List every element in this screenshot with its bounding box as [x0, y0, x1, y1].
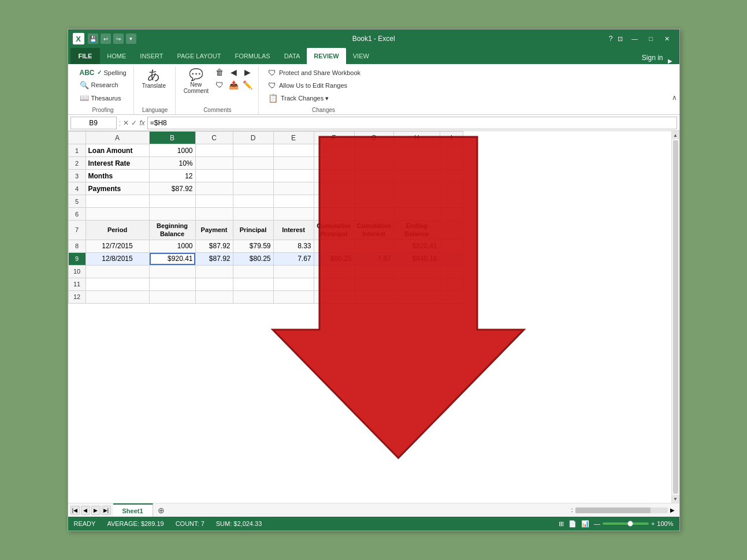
cell-reference-box[interactable] [70, 117, 117, 129]
cell-H6[interactable] [393, 208, 440, 221]
maximize-button[interactable]: □ [644, 33, 659, 44]
cell-G12[interactable] [354, 290, 393, 303]
cell-I7[interactable] [440, 221, 463, 240]
cell-D9[interactable]: $80.25 [233, 252, 273, 265]
cell-A6[interactable] [86, 208, 149, 221]
row-num-6[interactable]: 6 [68, 208, 86, 221]
cell-B9[interactable]: $920.41 [149, 252, 195, 265]
cell-G6[interactable] [354, 208, 393, 221]
cell-E3[interactable] [273, 170, 314, 182]
col-header-B[interactable]: B [149, 132, 195, 144]
cell-D8[interactable]: $79.59 [233, 240, 273, 252]
cell-D3[interactable] [233, 170, 273, 182]
window-controls[interactable]: — □ ✕ [627, 33, 675, 44]
normal-view-button[interactable]: ⊞ [559, 520, 564, 528]
cell-F3[interactable] [314, 170, 354, 182]
cell-H8[interactable]: $920.41 [393, 240, 440, 252]
cell-B3[interactable]: 12 [149, 170, 195, 182]
col-header-G[interactable]: G [354, 132, 393, 144]
formula-input[interactable] [147, 117, 677, 129]
sign-in-button[interactable]: Sign in [637, 51, 668, 64]
zoom-slider[interactable] [603, 522, 649, 525]
sheet-nav-prev[interactable]: ◀ [81, 506, 90, 515]
cell-I4[interactable] [440, 182, 463, 195]
cell-A11[interactable] [86, 278, 149, 290]
cell-B6[interactable] [149, 208, 195, 221]
next-comment-button[interactable]: ▶ [241, 66, 254, 78]
scroll-left-indicator[interactable]: : [571, 507, 573, 513]
cell-B5[interactable] [149, 195, 195, 208]
cell-A8[interactable]: 12/7/2015 [86, 240, 149, 252]
cell-H11[interactable] [393, 278, 440, 290]
cell-E7[interactable]: Interest [273, 221, 314, 240]
restore-button[interactable]: ⊡ [618, 35, 623, 43]
scroll-up-button[interactable]: ▲ [672, 131, 679, 139]
scroll-down-button[interactable]: ▼ [672, 495, 679, 503]
cell-A5[interactable] [86, 195, 149, 208]
col-header-C[interactable]: C [195, 132, 233, 144]
cell-F4[interactable] [314, 182, 354, 195]
cell-G11[interactable] [354, 278, 393, 290]
tab-review[interactable]: REVIEW [307, 48, 345, 64]
cell-D6[interactable] [233, 208, 273, 221]
cell-E12[interactable] [273, 290, 314, 303]
cell-C10[interactable] [195, 265, 233, 278]
cell-F1[interactable] [314, 144, 354, 157]
cell-G2[interactable] [354, 157, 393, 170]
col-header-E[interactable]: E [273, 132, 314, 144]
cell-C7[interactable]: Payment [195, 221, 233, 240]
cell-H5[interactable] [393, 195, 440, 208]
cell-A4[interactable]: Payments [86, 182, 149, 195]
sheet-navigation[interactable]: |◀ ◀ ▶ ▶| [68, 503, 113, 517]
col-header-A[interactable]: A [86, 132, 149, 144]
cell-A3[interactable]: Months [86, 170, 149, 182]
row-num-1[interactable]: 1 [68, 144, 86, 157]
cell-F10[interactable] [314, 265, 354, 278]
cell-D10[interactable] [233, 265, 273, 278]
sheet-nav-last[interactable]: ▶| [102, 506, 111, 515]
cell-B10[interactable] [149, 265, 195, 278]
cell-I1[interactable] [440, 144, 463, 157]
cell-H1[interactable] [393, 144, 440, 157]
cell-E4[interactable] [273, 182, 314, 195]
allow-edit-ranges-button[interactable]: 🛡 Allow Us to Edit Ranges [265, 79, 382, 92]
cell-G1[interactable] [354, 144, 393, 157]
cell-I6[interactable] [440, 208, 463, 221]
cell-H2[interactable] [393, 157, 440, 170]
scroll-thumb[interactable] [673, 140, 678, 494]
research-button[interactable]: 🔍 Research [77, 80, 129, 91]
cell-E8[interactable]: 8.33 [273, 240, 314, 252]
customize-button[interactable]: ▼ [126, 33, 136, 44]
cell-G4[interactable] [354, 182, 393, 195]
minimize-button[interactable]: — [627, 33, 642, 44]
cell-H10[interactable] [393, 265, 440, 278]
cell-D1[interactable] [233, 144, 273, 157]
tab-home[interactable]: HOME [100, 48, 133, 64]
cell-C3[interactable] [195, 170, 233, 182]
cell-E6[interactable] [273, 208, 314, 221]
cell-C12[interactable] [195, 290, 233, 303]
cell-F8[interactable] [314, 240, 354, 252]
cell-F12[interactable] [314, 290, 354, 303]
cell-A7[interactable]: Period [86, 221, 149, 240]
cell-I2[interactable] [440, 157, 463, 170]
cell-B8[interactable]: 1000 [149, 240, 195, 252]
row-num-10[interactable]: 10 [68, 265, 86, 278]
row-num-9[interactable]: 9 [68, 252, 86, 265]
zoom-thumb[interactable] [627, 521, 633, 527]
tab-view[interactable]: VIEW [346, 48, 376, 64]
cell-I9[interactable] [440, 252, 463, 265]
cell-C1[interactable] [195, 144, 233, 157]
cell-F5[interactable] [314, 195, 354, 208]
cell-B12[interactable] [149, 290, 195, 303]
cell-D5[interactable] [233, 195, 273, 208]
cell-E10[interactable] [273, 265, 314, 278]
col-header-I[interactable]: I [440, 132, 463, 144]
cell-H3[interactable] [393, 170, 440, 182]
cell-D12[interactable] [233, 290, 273, 303]
cell-C5[interactable] [195, 195, 233, 208]
redo-button[interactable]: ↪ [113, 33, 124, 44]
cell-F6[interactable] [314, 208, 354, 221]
protect-share-workbook-button[interactable]: 🛡 Protect and Share Workbook [265, 66, 382, 79]
cell-B2[interactable]: 10% [149, 157, 195, 170]
